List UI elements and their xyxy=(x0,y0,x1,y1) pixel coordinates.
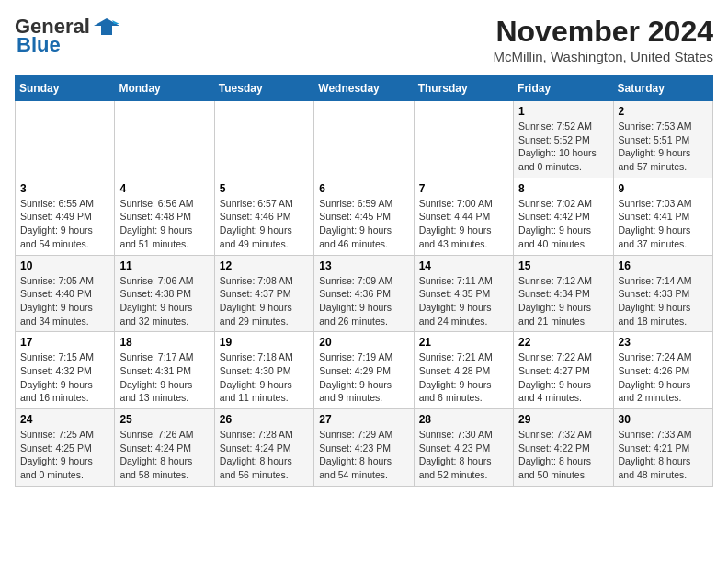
day-number: 29 xyxy=(518,413,608,426)
day-detail: Sunrise: 7:09 AM Sunset: 4:36 PM Dayligh… xyxy=(319,274,408,328)
calendar-cell: 3Sunrise: 6:55 AM Sunset: 4:49 PM Daylig… xyxy=(16,178,115,255)
calendar-cell: 20Sunrise: 7:19 AM Sunset: 4:29 PM Dayli… xyxy=(314,332,414,409)
logo-blue: Blue xyxy=(17,33,61,57)
calendar-cell: 21Sunrise: 7:21 AM Sunset: 4:28 PM Dayli… xyxy=(414,332,513,409)
calendar-cell: 1Sunrise: 7:52 AM Sunset: 5:52 PM Daylig… xyxy=(514,101,613,178)
calendar-cell: 28Sunrise: 7:30 AM Sunset: 4:23 PM Dayli… xyxy=(414,409,513,487)
calendar-table: SundayMondayTuesdayWednesdayThursdayFrid… xyxy=(15,75,713,487)
calendar-cell: 7Sunrise: 7:00 AM Sunset: 4:44 PM Daylig… xyxy=(414,178,513,255)
day-number: 11 xyxy=(119,259,209,272)
day-of-week-header: Monday xyxy=(115,76,214,101)
day-detail: Sunrise: 7:02 AM Sunset: 4:42 PM Dayligh… xyxy=(518,197,608,251)
calendar-cell: 9Sunrise: 7:03 AM Sunset: 4:41 PM Daylig… xyxy=(613,178,712,255)
day-number: 22 xyxy=(518,336,608,349)
calendar-cell: 27Sunrise: 7:29 AM Sunset: 4:23 PM Dayli… xyxy=(314,409,414,487)
logo-bird-icon xyxy=(94,17,119,37)
day-detail: Sunrise: 7:29 AM Sunset: 4:23 PM Dayligh… xyxy=(319,428,408,482)
svg-marker-0 xyxy=(94,18,119,35)
day-detail: Sunrise: 7:33 AM Sunset: 4:21 PM Dayligh… xyxy=(619,428,708,482)
day-detail: Sunrise: 7:53 AM Sunset: 5:51 PM Dayligh… xyxy=(619,120,708,174)
day-detail: Sunrise: 7:17 AM Sunset: 4:31 PM Dayligh… xyxy=(119,350,209,405)
day-number: 14 xyxy=(419,259,508,272)
calendar-cell: 19Sunrise: 7:18 AM Sunset: 4:30 PM Dayli… xyxy=(214,332,313,409)
day-number: 24 xyxy=(20,413,109,426)
day-number: 26 xyxy=(220,413,309,426)
day-detail: Sunrise: 6:56 AM Sunset: 4:48 PM Dayligh… xyxy=(119,197,209,251)
day-detail: Sunrise: 7:14 AM Sunset: 4:33 PM Dayligh… xyxy=(619,274,708,328)
day-detail: Sunrise: 7:12 AM Sunset: 4:34 PM Dayligh… xyxy=(518,274,608,328)
day-detail: Sunrise: 7:05 AM Sunset: 4:40 PM Dayligh… xyxy=(20,274,109,328)
calendar-cell: 6Sunrise: 6:59 AM Sunset: 4:45 PM Daylig… xyxy=(314,178,414,255)
day-number: 4 xyxy=(119,182,209,195)
calendar-cell: 30Sunrise: 7:33 AM Sunset: 4:21 PM Dayli… xyxy=(613,409,712,487)
day-detail: Sunrise: 7:52 AM Sunset: 5:52 PM Dayligh… xyxy=(518,120,608,174)
day-detail: Sunrise: 7:21 AM Sunset: 4:28 PM Dayligh… xyxy=(419,350,508,405)
day-number: 23 xyxy=(619,336,708,349)
day-detail: Sunrise: 7:22 AM Sunset: 4:27 PM Dayligh… xyxy=(518,350,608,405)
day-number: 7 xyxy=(419,182,508,195)
calendar-cell: 16Sunrise: 7:14 AM Sunset: 4:33 PM Dayli… xyxy=(613,255,712,332)
day-of-week-header: Wednesday xyxy=(314,76,414,101)
calendar-cell: 26Sunrise: 7:28 AM Sunset: 4:24 PM Dayli… xyxy=(214,409,313,487)
calendar-cell xyxy=(214,101,313,178)
calendar-cell: 10Sunrise: 7:05 AM Sunset: 4:40 PM Dayli… xyxy=(16,255,115,332)
calendar-week-row: 24Sunrise: 7:25 AM Sunset: 4:25 PM Dayli… xyxy=(16,409,713,487)
calendar-cell xyxy=(314,101,414,178)
day-detail: Sunrise: 7:30 AM Sunset: 4:23 PM Dayligh… xyxy=(419,428,508,482)
day-of-week-header: Friday xyxy=(514,76,613,101)
day-detail: Sunrise: 7:25 AM Sunset: 4:25 PM Dayligh… xyxy=(20,428,109,482)
day-number: 3 xyxy=(20,182,109,195)
calendar-cell: 29Sunrise: 7:32 AM Sunset: 4:22 PM Dayli… xyxy=(514,409,613,487)
day-number: 27 xyxy=(319,413,408,426)
day-detail: Sunrise: 7:00 AM Sunset: 4:44 PM Dayligh… xyxy=(419,197,508,251)
day-of-week-header: Thursday xyxy=(414,76,513,101)
day-number: 13 xyxy=(319,259,408,272)
day-detail: Sunrise: 7:15 AM Sunset: 4:32 PM Dayligh… xyxy=(20,350,109,405)
logo: General Blue xyxy=(15,15,119,57)
day-number: 1 xyxy=(518,105,608,118)
calendar-cell: 25Sunrise: 7:26 AM Sunset: 4:24 PM Dayli… xyxy=(115,409,214,487)
day-detail: Sunrise: 7:28 AM Sunset: 4:24 PM Dayligh… xyxy=(220,428,309,482)
calendar-cell: 23Sunrise: 7:24 AM Sunset: 4:26 PM Dayli… xyxy=(613,332,712,409)
calendar-header-row: SundayMondayTuesdayWednesdayThursdayFrid… xyxy=(16,76,713,101)
day-number: 19 xyxy=(220,336,309,349)
calendar-cell: 22Sunrise: 7:22 AM Sunset: 4:27 PM Dayli… xyxy=(514,332,613,409)
month-year-title: November 2024 xyxy=(493,15,713,49)
calendar-cell: 8Sunrise: 7:02 AM Sunset: 4:42 PM Daylig… xyxy=(514,178,613,255)
location-subtitle: McMillin, Washington, United States xyxy=(493,49,713,64)
calendar-cell: 14Sunrise: 7:11 AM Sunset: 4:35 PM Dayli… xyxy=(414,255,513,332)
day-number: 20 xyxy=(319,336,408,349)
day-number: 17 xyxy=(20,336,109,349)
day-number: 6 xyxy=(319,182,408,195)
day-number: 21 xyxy=(419,336,508,349)
calendar-cell: 24Sunrise: 7:25 AM Sunset: 4:25 PM Dayli… xyxy=(16,409,115,487)
day-detail: Sunrise: 7:24 AM Sunset: 4:26 PM Dayligh… xyxy=(619,350,708,405)
day-number: 15 xyxy=(518,259,608,272)
day-of-week-header: Tuesday xyxy=(214,76,313,101)
calendar-cell: 12Sunrise: 7:08 AM Sunset: 4:37 PM Dayli… xyxy=(214,255,313,332)
day-number: 9 xyxy=(619,182,708,195)
day-detail: Sunrise: 7:08 AM Sunset: 4:37 PM Dayligh… xyxy=(220,274,309,328)
day-number: 16 xyxy=(619,259,708,272)
day-number: 25 xyxy=(119,413,209,426)
calendar-cell: 17Sunrise: 7:15 AM Sunset: 4:32 PM Dayli… xyxy=(16,332,115,409)
calendar-cell: 5Sunrise: 6:57 AM Sunset: 4:46 PM Daylig… xyxy=(214,178,313,255)
day-of-week-header: Saturday xyxy=(613,76,712,101)
calendar-week-row: 17Sunrise: 7:15 AM Sunset: 4:32 PM Dayli… xyxy=(16,332,713,409)
day-number: 2 xyxy=(619,105,708,118)
calendar-cell: 15Sunrise: 7:12 AM Sunset: 4:34 PM Dayli… xyxy=(514,255,613,332)
title-section: November 2024 McMillin, Washington, Unit… xyxy=(493,15,713,64)
day-detail: Sunrise: 7:06 AM Sunset: 4:38 PM Dayligh… xyxy=(119,274,209,328)
day-detail: Sunrise: 7:19 AM Sunset: 4:29 PM Dayligh… xyxy=(319,350,408,405)
header: General Blue November 2024 McMillin, Was… xyxy=(15,15,713,64)
calendar-week-row: 1Sunrise: 7:52 AM Sunset: 5:52 PM Daylig… xyxy=(16,101,713,178)
calendar-cell xyxy=(16,101,115,178)
calendar-cell: 13Sunrise: 7:09 AM Sunset: 4:36 PM Dayli… xyxy=(314,255,414,332)
calendar-cell: 2Sunrise: 7:53 AM Sunset: 5:51 PM Daylig… xyxy=(613,101,712,178)
day-detail: Sunrise: 7:11 AM Sunset: 4:35 PM Dayligh… xyxy=(419,274,508,328)
day-number: 8 xyxy=(518,182,608,195)
day-number: 30 xyxy=(619,413,708,426)
calendar-cell xyxy=(115,101,214,178)
calendar-cell: 11Sunrise: 7:06 AM Sunset: 4:38 PM Dayli… xyxy=(115,255,214,332)
day-detail: Sunrise: 7:26 AM Sunset: 4:24 PM Dayligh… xyxy=(119,428,209,482)
